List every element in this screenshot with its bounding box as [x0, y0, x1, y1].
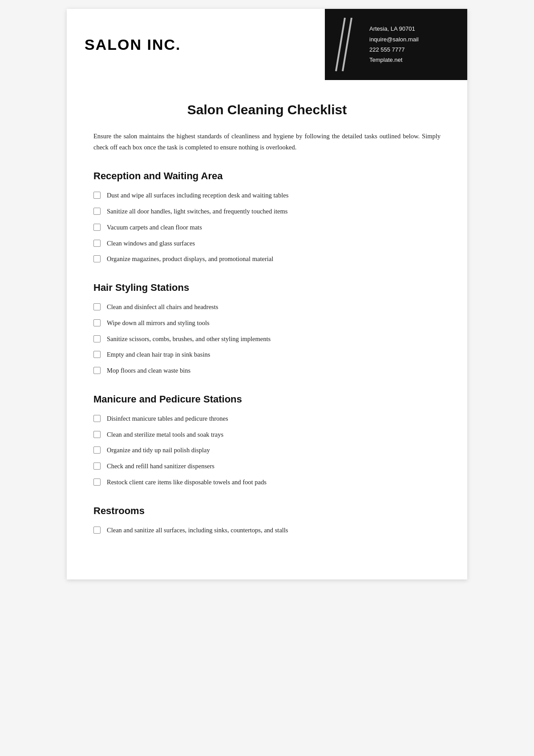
item-text: Sanitize scissors, combs, brushes, and o… — [107, 334, 441, 344]
item-text: Clean and disinfect all chairs and headr… — [107, 302, 441, 312]
item-text: Mop floors and clean waste bins — [107, 366, 441, 376]
list-item: Organize magazines, product displays, an… — [93, 254, 441, 264]
list-item: Clean and sanitize all surfaces, includi… — [93, 526, 441, 535]
list-item: Restock client care items like disposabl… — [93, 478, 441, 487]
list-item: Disinfect manicure tables and pedicure t… — [93, 414, 441, 424]
checkbox[interactable] — [93, 367, 101, 374]
checkbox[interactable] — [93, 208, 101, 215]
list-item: Sanitize scissors, combs, brushes, and o… — [93, 334, 441, 344]
checkbox[interactable] — [93, 240, 101, 247]
section-3: RestroomsClean and sanitize all surfaces… — [93, 505, 441, 535]
list-item: Organize and tidy up nail polish display — [93, 446, 441, 455]
main-content: Salon Cleaning Checklist Ensure the salo… — [67, 102, 467, 579]
header: SALON INC. Artesia, LA 90701 inquire@sal… — [67, 9, 467, 80]
logo-area: SALON INC. — [67, 9, 325, 80]
checkbox[interactable] — [93, 527, 101, 534]
contact-info: Artesia, LA 90701 inquire@salon.mail 222… — [365, 15, 428, 74]
contact-phone: 222 555 7777 — [369, 44, 419, 55]
list-item: Empty and clean hair trap in sink basins — [93, 350, 441, 360]
item-text: Dust and wipe all surfaces including rec… — [107, 191, 441, 201]
checklist-2: Disinfect manicure tables and pedicure t… — [93, 414, 441, 487]
checkbox[interactable] — [93, 415, 101, 422]
checkbox[interactable] — [93, 446, 101, 454]
checklist-3: Clean and sanitize all surfaces, includi… — [93, 526, 441, 535]
list-item: Mop floors and clean waste bins — [93, 366, 441, 376]
list-item: Clean and sterilize metal tools and soak… — [93, 430, 441, 440]
item-text: Vacuum carpets and clean floor mats — [107, 223, 441, 233]
checkbox[interactable] — [93, 192, 101, 199]
document-page: SALON INC. Artesia, LA 90701 inquire@sal… — [67, 9, 467, 579]
item-text: Organize magazines, product displays, an… — [107, 254, 441, 264]
header-contact-area: Artesia, LA 90701 inquire@salon.mail 222… — [325, 9, 467, 80]
section-title-0: Reception and Waiting Area — [93, 170, 441, 182]
intro-paragraph: Ensure the salon maintains the highest s… — [93, 131, 441, 153]
item-text: Disinfect manicure tables and pedicure t… — [107, 414, 441, 424]
sections-container: Reception and Waiting AreaDust and wipe … — [93, 170, 441, 535]
list-item: Dust and wipe all surfaces including rec… — [93, 191, 441, 201]
section-1: Hair Styling StationsClean and disinfect… — [93, 282, 441, 376]
checkbox[interactable] — [93, 431, 101, 438]
checkbox[interactable] — [93, 335, 101, 342]
checkbox[interactable] — [93, 351, 101, 358]
section-title-2: Manicure and Pedicure Stations — [93, 394, 441, 405]
list-item: Vacuum carpets and clean floor mats — [93, 223, 441, 233]
checkbox[interactable] — [93, 255, 101, 262]
list-item: Sanitize all door handles, light switche… — [93, 207, 441, 217]
item-text: Clean and sterilize metal tools and soak… — [107, 430, 441, 440]
list-item: Check and refill hand sanitizer dispense… — [93, 462, 441, 471]
page-title: Salon Cleaning Checklist — [93, 102, 441, 117]
item-text: Empty and clean hair trap in sink basins — [107, 350, 441, 360]
item-text: Check and refill hand sanitizer dispense… — [107, 462, 441, 471]
checklist-0: Dust and wipe all surfaces including rec… — [93, 191, 441, 264]
checklist-1: Clean and disinfect all chairs and headr… — [93, 302, 441, 376]
item-text: Clean windows and glass surfaces — [107, 239, 441, 249]
list-item: Clean and disinfect all chairs and headr… — [93, 302, 441, 312]
contact-email: inquire@salon.mail — [369, 34, 419, 44]
checkbox[interactable] — [93, 224, 101, 231]
section-2: Manicure and Pedicure StationsDisinfect … — [93, 394, 441, 487]
item-text: Wipe down all mirrors and styling tools — [107, 318, 441, 328]
checkbox[interactable] — [93, 319, 101, 326]
list-item: Clean windows and glass surfaces — [93, 239, 441, 249]
contact-website: Template.net — [369, 55, 419, 65]
checkbox[interactable] — [93, 479, 101, 486]
section-0: Reception and Waiting AreaDust and wipe … — [93, 170, 441, 264]
list-item: Wipe down all mirrors and styling tools — [93, 318, 441, 328]
section-title-1: Hair Styling Stations — [93, 282, 441, 294]
item-text: Restock client care items like disposabl… — [107, 478, 441, 487]
item-text: Organize and tidy up nail polish display — [107, 446, 441, 455]
item-text: Sanitize all door handles, light switche… — [107, 207, 441, 217]
checkbox[interactable] — [93, 462, 101, 470]
checkbox[interactable] — [93, 303, 101, 310]
contact-address: Artesia, LA 90701 — [369, 24, 419, 34]
slash-decoration — [325, 9, 360, 80]
item-text: Clean and sanitize all surfaces, includi… — [107, 526, 441, 535]
logo-text: SALON INC. — [85, 36, 181, 53]
section-title-3: Restrooms — [93, 505, 441, 517]
